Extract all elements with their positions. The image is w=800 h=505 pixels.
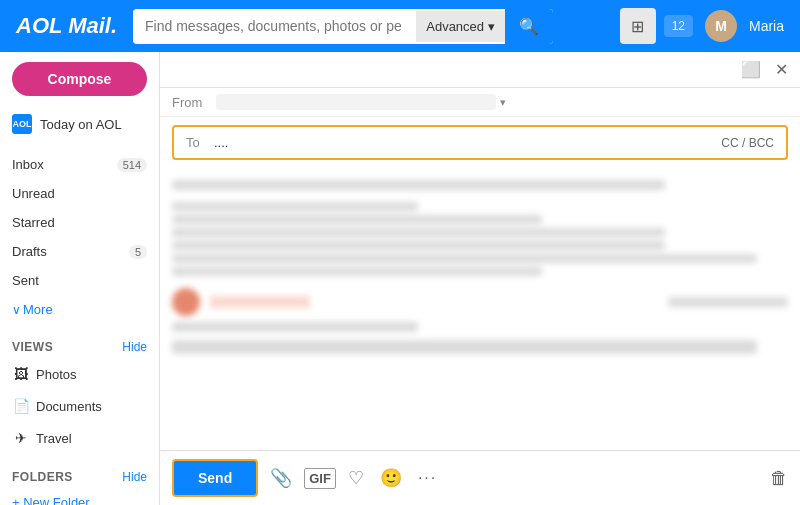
more-label: More: [23, 302, 147, 317]
unread-label: Unread: [12, 186, 147, 201]
app-header: AOL Mail. Advanced ▾ 🔍 ⊞ 12 M Maria: [0, 0, 800, 52]
blurred-email-preview: [160, 168, 800, 374]
heart-icon[interactable]: ♡: [344, 463, 368, 493]
compose-toolbar: Send 📎 GIF ♡ 🙂 ··· 🗑: [160, 450, 800, 505]
folders-hide-button[interactable]: Hide: [122, 470, 147, 484]
views-label: Views: [12, 340, 53, 354]
from-label: From: [172, 95, 208, 110]
documents-icon: 📄: [12, 397, 30, 415]
chevron-down-icon: ▾: [488, 19, 495, 34]
from-row: From ▾: [160, 88, 800, 117]
compose-button[interactable]: Compose: [12, 62, 147, 96]
folders-section-header: Folders Hide: [0, 462, 159, 488]
sidebar-item-inbox[interactable]: Inbox 514: [0, 150, 159, 179]
sidebar-item-sent[interactable]: Sent: [0, 266, 159, 295]
search-bar: Advanced ▾ 🔍: [133, 9, 553, 44]
sidebar-item-more[interactable]: ∨ More: [0, 295, 159, 324]
content-area: ⬜ ✕ From ▾ To CC / BCC: [160, 52, 800, 505]
sent-label: Sent: [12, 273, 147, 288]
user-name: Maria: [749, 18, 784, 34]
compose-window: ⬜ ✕ From ▾ To CC / BCC: [160, 52, 800, 505]
chevron-down-icon: ∨: [12, 303, 21, 317]
attach-icon[interactable]: 📎: [266, 463, 296, 493]
header-right: ⊞ 12 M Maria: [620, 8, 784, 44]
notifications-badge[interactable]: 12: [664, 15, 693, 37]
send-button[interactable]: Send: [172, 459, 258, 497]
aol-logo: AOL Mail.: [16, 13, 117, 39]
documents-label: Documents: [36, 399, 147, 414]
gif-button[interactable]: GIF: [304, 468, 336, 489]
search-input[interactable]: [133, 10, 416, 42]
sidebar-item-drafts[interactable]: Drafts 5: [0, 237, 159, 266]
grid-icon[interactable]: ⊞: [620, 8, 656, 44]
search-icon: 🔍: [519, 18, 539, 35]
close-icon[interactable]: ✕: [771, 58, 792, 81]
restore-icon[interactable]: ⬜: [737, 58, 765, 81]
new-folder-button[interactable]: + New Folder: [0, 488, 159, 505]
inbox-label: Inbox: [12, 157, 117, 172]
inbox-badge: 514: [117, 158, 147, 172]
main-layout: Compose AOL Today on AOL Inbox 514 Unrea…: [0, 52, 800, 505]
delete-icon[interactable]: 🗑: [770, 468, 788, 489]
views-section-header: Views Hide: [0, 332, 159, 358]
compose-top-bar: ⬜ ✕: [160, 52, 800, 88]
today-icon: AOL: [12, 114, 32, 134]
sidebar-item-documents[interactable]: 📄 Documents: [0, 390, 159, 422]
photos-label: Photos: [36, 367, 147, 382]
views-hide-button[interactable]: Hide: [122, 340, 147, 354]
more-icon[interactable]: ···: [414, 465, 441, 491]
drafts-badge: 5: [129, 245, 147, 259]
header-icons: ⊞ 12: [620, 8, 693, 44]
folders-label: Folders: [12, 470, 73, 484]
sidebar: Compose AOL Today on AOL Inbox 514 Unrea…: [0, 52, 160, 505]
search-button[interactable]: 🔍: [505, 9, 553, 44]
email-preview-area: [160, 168, 800, 450]
sidebar-item-travel[interactable]: ✈ Travel: [0, 422, 159, 454]
avatar[interactable]: M: [705, 10, 737, 42]
sidebar-item-today[interactable]: AOL Today on AOL: [0, 106, 159, 142]
to-input[interactable]: [214, 135, 721, 150]
from-value: [216, 94, 496, 110]
drafts-label: Drafts: [12, 244, 129, 259]
advanced-button[interactable]: Advanced ▾: [416, 11, 505, 42]
sidebar-item-today-label: Today on AOL: [40, 117, 122, 132]
sidebar-item-photos[interactable]: 🖼 Photos: [0, 358, 159, 390]
starred-label: Starred: [12, 215, 147, 230]
sidebar-item-starred[interactable]: Starred: [0, 208, 159, 237]
from-dropdown-icon[interactable]: ▾: [500, 96, 506, 109]
sidebar-item-unread[interactable]: Unread: [0, 179, 159, 208]
to-label: To: [186, 135, 206, 150]
to-row: To CC / BCC: [172, 125, 788, 160]
travel-icon: ✈: [12, 429, 30, 447]
travel-label: Travel: [36, 431, 147, 446]
photos-icon: 🖼: [12, 365, 30, 383]
emoji-icon[interactable]: 🙂: [376, 463, 406, 493]
cc-bcc-button[interactable]: CC / BCC: [721, 136, 774, 150]
